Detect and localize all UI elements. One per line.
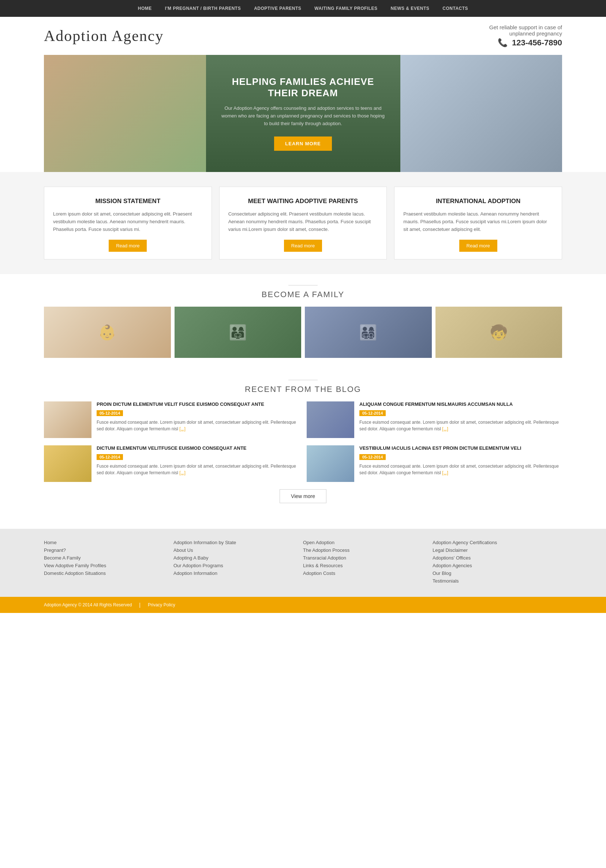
view-more-button[interactable]: View more (280, 489, 326, 503)
card-waiting: MEET WAITING ADOPTIVE PARENTS Consectetu… (219, 187, 387, 259)
blog-item-1: PROIN DICTUM ELEMENTUM VELIT FUSCE EUISM… (44, 401, 299, 438)
become-section: BECOME A FAMILY 👶 👨‍👩‍👧 👨‍👩‍👧‍👦 🧒 (0, 274, 606, 369)
blog-item-1-text: Fusce euismod consequat ante. Lorem ipsu… (97, 419, 299, 432)
blog-item-3-date: 05-12-2014 (97, 454, 123, 460)
site-header: Adoption Agency Get reliable support in … (0, 17, 606, 55)
card-mission: MISSION STATEMENT Lorem ipsum dolor sit … (44, 187, 212, 259)
blog-item-1-link[interactable]: [...] (179, 426, 186, 431)
footer-bottom: Adoption Agency © 2014 All Rights Reserv… (0, 597, 606, 613)
footer-link[interactable]: Adoption Agency Certifications (432, 540, 562, 545)
family-photo-3: 👨‍👩‍👧‍👦 (305, 307, 432, 358)
family-photo-grid: 👶 👨‍👩‍👧 👨‍👩‍👧‍👦 🧒 (44, 307, 562, 358)
card-mission-title: MISSION STATEMENT (53, 197, 203, 205)
card-international: INTERNATIONAL ADOPTION Praesent vestibul… (394, 187, 562, 259)
family-photo-1: 👶 (44, 307, 171, 358)
header-phone: 📞 123-456-7890 (489, 38, 562, 48)
footer-col-1: HomePregnant?Become A FamilyView Adoptiv… (44, 540, 174, 586)
become-title: BECOME A FAMILY (44, 285, 562, 299)
footer-link[interactable]: Home (44, 540, 174, 545)
family-photo-4: 🧒 (436, 307, 563, 358)
blog-item-1-date: 05-12-2014 (97, 410, 123, 416)
footer-link[interactable]: Adoption Agencies (432, 563, 562, 568)
blog-image-2 (307, 401, 354, 438)
header-right: Get reliable support in case of unplanne… (489, 24, 562, 48)
blog-image-3 (44, 445, 91, 482)
nav-item-contacts[interactable]: CONTACTS (436, 0, 474, 17)
cards-grid: MISSION STATEMENT Lorem ipsum dolor sit … (44, 187, 562, 259)
nav-item-waiting-family-profiles[interactable]: WAITING FAMILY PROFILES (308, 0, 384, 17)
footer-copyright: Adoption Agency © 2014 All Rights Reserv… (44, 602, 132, 608)
card-waiting-title: MEET WAITING ADOPTIVE PARENTS (228, 197, 378, 205)
footer-link[interactable]: View Adoptive Family Profiles (44, 563, 174, 568)
blog-row-1: PROIN DICTUM ELEMENTUM VELIT FUSCE EUISM… (44, 401, 562, 438)
footer-link[interactable]: The Adoption Process (303, 547, 432, 553)
card-international-text: Praesent vestibulum molestie lacus. Aene… (403, 211, 553, 233)
footer-link[interactable]: Adoption Costs (303, 570, 432, 576)
footer-link[interactable]: Transracial Adoption (303, 555, 432, 561)
card-international-read-more[interactable]: Read more (459, 240, 498, 252)
footer-link[interactable]: Open Adoption (303, 540, 432, 545)
footer-nav: HomePregnant?Become A FamilyView Adoptiv… (0, 529, 606, 597)
blog-item-3-link[interactable]: [...] (179, 470, 186, 475)
blog-item-2-date: 05-12-2014 (360, 410, 386, 416)
footer-link[interactable]: Adopting A Baby (174, 555, 303, 561)
family-photo-2: 👨‍👩‍👧 (175, 307, 302, 358)
blog-item-4: VESTIBULUM IACULIS LACINIA EST PROIN DIC… (307, 445, 562, 482)
nav-item-i-m-pregnant---birth-parents[interactable]: I'M PREGNANT / BIRTH PARENTS (158, 0, 247, 17)
footer-link[interactable]: Legal Disclaimer (432, 547, 562, 553)
blog-content-4: VESTIBULUM IACULIS LACINIA EST PROIN DIC… (360, 445, 562, 482)
blog-item-2-text: Fusce euismod consequat ante. Lorem ipsu… (360, 419, 562, 432)
footer-link[interactable]: Adoption Information (174, 570, 303, 576)
footer-col-3: Open AdoptionThe Adoption ProcessTransra… (303, 540, 432, 586)
footer-link[interactable]: Adoptions' Offices (432, 555, 562, 561)
blog-content-1: PROIN DICTUM ELEMENTUM VELIT FUSCE EUISM… (97, 401, 299, 438)
hero-content: HELPING FAMILIES ACHIEVE THEIR DREAM Our… (212, 69, 394, 158)
footer-link[interactable]: Adoption Information by State (174, 540, 303, 545)
blog-item-3-title: DICTUM ELEMENTUM VELITFUSCE EUISMOD CONS… (97, 445, 299, 451)
blog-image-4 (307, 445, 354, 482)
blog-item-4-date: 05-12-2014 (360, 454, 386, 460)
blog-item-3: DICTUM ELEMENTUM VELITFUSCE EUISMOD CONS… (44, 445, 299, 482)
nav-item-home[interactable]: HOME (132, 0, 158, 17)
blog-section: RECENT FROM THE BLOG PROIN DICTUM ELEMEN… (0, 369, 606, 529)
card-waiting-text: Consectetuer adipiscing elit. Praesent v… (228, 211, 378, 233)
card-international-title: INTERNATIONAL ADOPTION (403, 197, 553, 205)
hero-learn-more-button[interactable]: LEARN MORE (274, 136, 332, 151)
hero-section: HELPING FAMILIES ACHIEVE THEIR DREAM Our… (44, 55, 562, 172)
hero-bg-left (44, 55, 206, 172)
hero-title: HELPING FAMILIES ACHIEVE THEIR DREAM (219, 76, 387, 99)
footer-privacy-link[interactable]: Privacy Policy (148, 602, 175, 608)
card-mission-text: Lorem ipsum dolor sit amet, consectetuer… (53, 211, 203, 233)
blog-content-3: DICTUM ELEMENTUM VELITFUSCE EUISMOD CONS… (97, 445, 299, 482)
card-mission-read-more[interactable]: Read more (108, 240, 147, 252)
view-more-wrap: View more (44, 482, 562, 514)
hero-bg-right (400, 55, 563, 172)
site-title: Adoption Agency (44, 27, 164, 45)
blog-item-3-text: Fusce euismod consequat ante. Lorem ipsu… (97, 463, 299, 476)
main-nav: HOMEI'M PREGNANT / BIRTH PARENTSADOPTIVE… (0, 0, 606, 17)
footer-col-2: Adoption Information by StateAbout UsAdo… (174, 540, 303, 586)
footer-link[interactable]: Our Blog (432, 570, 562, 576)
blog-item-4-text: Fusce euismod consequat ante. Lorem ipsu… (360, 463, 562, 476)
cards-section: MISSION STATEMENT Lorem ipsum dolor sit … (0, 172, 606, 274)
blog-grid: PROIN DICTUM ELEMENTUM VELIT FUSCE EUISM… (44, 401, 562, 482)
header-tagline: Get reliable support in case of unplanne… (489, 24, 562, 37)
blog-item-1-title: PROIN DICTUM ELEMENTUM VELIT FUSCE EUISM… (97, 401, 299, 408)
footer-link[interactable]: Become A Family (44, 555, 174, 561)
card-waiting-read-more[interactable]: Read more (284, 240, 322, 252)
footer-link[interactable]: Pregnant? (44, 547, 174, 553)
footer-link[interactable]: About Us (174, 547, 303, 553)
footer-link[interactable]: Domestic Adoption Situations (44, 570, 174, 576)
blog-row-2: DICTUM ELEMENTUM VELITFUSCE EUISMOD CONS… (44, 445, 562, 482)
blog-item-4-link[interactable]: [...] (442, 470, 448, 475)
footer-link[interactable]: Links & Resources (303, 563, 432, 568)
footer-link[interactable]: Testimonials (432, 578, 562, 584)
phone-icon: 📞 (498, 38, 508, 47)
blog-item-2: ALIQUAM CONGUE FERMENTUM NISLMAURIS ACCU… (307, 401, 562, 438)
hero-description: Our Adoption Agency offers counseling an… (219, 105, 387, 127)
blog-content-2: ALIQUAM CONGUE FERMENTUM NISLMAURIS ACCU… (360, 401, 562, 438)
footer-link[interactable]: Our Adoption Programs (174, 563, 303, 568)
nav-item-news---events[interactable]: NEWS & EVENTS (384, 0, 436, 17)
nav-item-adoptive-parents[interactable]: ADOPTIVE PARENTS (247, 0, 308, 17)
blog-item-2-link[interactable]: [...] (442, 426, 448, 431)
